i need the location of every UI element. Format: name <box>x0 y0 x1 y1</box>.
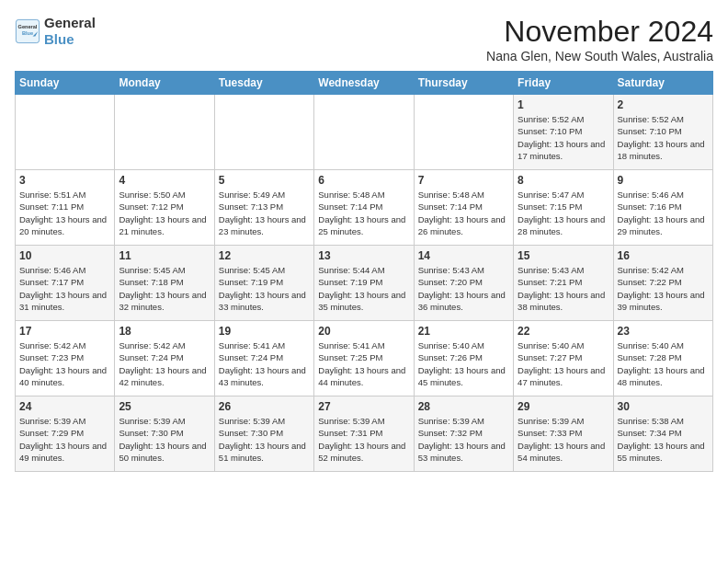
day-number: 3 <box>19 174 110 187</box>
day-number: 19 <box>219 325 310 338</box>
day-number: 11 <box>119 249 210 262</box>
day-number: 14 <box>418 249 509 262</box>
day-number: 13 <box>318 249 409 262</box>
calendar-table: Sunday Monday Tuesday Wednesday Thursday… <box>15 71 713 472</box>
cell-w1-d4 <box>314 95 414 170</box>
cell-w3-d6: 15Sunrise: 5:43 AM Sunset: 7:21 PM Dayli… <box>514 246 613 321</box>
svg-text:Blue: Blue <box>22 30 33 36</box>
day-info: Sunrise: 5:39 AM Sunset: 7:32 PM Dayligh… <box>418 415 509 464</box>
cell-w3-d7: 16Sunrise: 5:42 AM Sunset: 7:22 PM Dayli… <box>613 246 712 321</box>
day-number: 7 <box>418 174 509 187</box>
day-number: 25 <box>119 400 210 413</box>
day-info: Sunrise: 5:39 AM Sunset: 7:31 PM Dayligh… <box>318 415 409 464</box>
week-row-5: 24Sunrise: 5:39 AM Sunset: 7:29 PM Dayli… <box>16 396 713 472</box>
day-number: 2 <box>618 98 709 111</box>
cell-w2-d1: 3Sunrise: 5:51 AM Sunset: 7:11 PM Daylig… <box>16 170 115 246</box>
day-info: Sunrise: 5:44 AM Sunset: 7:19 PM Dayligh… <box>318 264 409 313</box>
cell-w1-d6: 1Sunrise: 5:52 AM Sunset: 7:10 PM Daylig… <box>514 95 613 170</box>
day-number: 10 <box>19 249 110 262</box>
cell-w4-d2: 18Sunrise: 5:42 AM Sunset: 7:24 PM Dayli… <box>115 321 214 396</box>
day-info: Sunrise: 5:43 AM Sunset: 7:20 PM Dayligh… <box>418 264 509 313</box>
col-monday: Monday <box>115 72 214 95</box>
day-number: 15 <box>518 249 609 262</box>
logo-text: General Blue <box>44 15 96 48</box>
cell-w5-d5: 28Sunrise: 5:39 AM Sunset: 7:32 PM Dayli… <box>414 396 513 472</box>
week-row-4: 17Sunrise: 5:42 AM Sunset: 7:23 PM Dayli… <box>16 321 713 396</box>
cell-w5-d3: 26Sunrise: 5:39 AM Sunset: 7:30 PM Dayli… <box>214 396 313 472</box>
day-number: 6 <box>318 174 409 187</box>
day-info: Sunrise: 5:47 AM Sunset: 7:15 PM Dayligh… <box>518 189 609 237</box>
col-sunday: Sunday <box>16 72 115 95</box>
cell-w1-d5 <box>414 95 513 170</box>
day-info: Sunrise: 5:39 AM Sunset: 7:30 PM Dayligh… <box>119 415 210 464</box>
header: General Blue General Blue November 2024 … <box>15 15 713 63</box>
day-info: Sunrise: 5:50 AM Sunset: 7:12 PM Dayligh… <box>119 189 210 237</box>
cell-w3-d5: 14Sunrise: 5:43 AM Sunset: 7:20 PM Dayli… <box>414 246 513 321</box>
day-number: 23 <box>618 325 709 338</box>
day-number: 22 <box>518 325 609 338</box>
cell-w1-d3 <box>214 95 313 170</box>
cell-w3-d2: 11Sunrise: 5:45 AM Sunset: 7:18 PM Dayli… <box>115 246 214 321</box>
cell-w2-d2: 4Sunrise: 5:50 AM Sunset: 7:12 PM Daylig… <box>115 170 214 246</box>
day-number: 30 <box>618 400 709 413</box>
day-number: 16 <box>618 249 709 262</box>
day-info: Sunrise: 5:40 AM Sunset: 7:27 PM Dayligh… <box>518 339 609 388</box>
day-info: Sunrise: 5:52 AM Sunset: 7:10 PM Dayligh… <box>518 113 609 162</box>
cell-w4-d1: 17Sunrise: 5:42 AM Sunset: 7:23 PM Dayli… <box>16 321 115 396</box>
cell-w5-d7: 30Sunrise: 5:38 AM Sunset: 7:34 PM Dayli… <box>613 396 712 472</box>
cell-w4-d3: 19Sunrise: 5:41 AM Sunset: 7:24 PM Dayli… <box>214 321 313 396</box>
day-info: Sunrise: 5:39 AM Sunset: 7:30 PM Dayligh… <box>219 415 310 464</box>
day-info: Sunrise: 5:41 AM Sunset: 7:25 PM Dayligh… <box>318 339 409 388</box>
day-number: 28 <box>418 400 509 413</box>
location: Nana Glen, New South Wales, Australia <box>486 49 713 63</box>
cell-w5-d4: 27Sunrise: 5:39 AM Sunset: 7:31 PM Dayli… <box>314 396 414 472</box>
day-info: Sunrise: 5:42 AM Sunset: 7:23 PM Dayligh… <box>19 339 110 388</box>
day-number: 18 <box>119 325 210 338</box>
cell-w2-d7: 9Sunrise: 5:46 AM Sunset: 7:16 PM Daylig… <box>613 170 712 246</box>
cell-w2-d6: 8Sunrise: 5:47 AM Sunset: 7:15 PM Daylig… <box>514 170 613 246</box>
cell-w5-d6: 29Sunrise: 5:39 AM Sunset: 7:33 PM Dayli… <box>514 396 613 472</box>
cell-w1-d7: 2Sunrise: 5:52 AM Sunset: 7:10 PM Daylig… <box>613 95 712 170</box>
day-info: Sunrise: 5:42 AM Sunset: 7:22 PM Dayligh… <box>618 264 709 313</box>
col-saturday: Saturday <box>613 72 712 95</box>
col-friday: Friday <box>514 72 613 95</box>
day-number: 24 <box>19 400 110 413</box>
cell-w3-d1: 10Sunrise: 5:46 AM Sunset: 7:17 PM Dayli… <box>16 246 115 321</box>
day-number: 20 <box>318 325 409 338</box>
day-number: 17 <box>19 325 110 338</box>
day-number: 1 <box>518 98 609 111</box>
day-info: Sunrise: 5:41 AM Sunset: 7:24 PM Dayligh… <box>219 339 310 388</box>
day-number: 4 <box>119 174 210 187</box>
cell-w4-d7: 23Sunrise: 5:40 AM Sunset: 7:28 PM Dayli… <box>613 321 712 396</box>
week-row-1: 1Sunrise: 5:52 AM Sunset: 7:10 PM Daylig… <box>16 95 713 170</box>
logo-icon: General Blue <box>15 18 40 44</box>
svg-text:General: General <box>18 24 38 29</box>
week-row-2: 3Sunrise: 5:51 AM Sunset: 7:11 PM Daylig… <box>16 170 713 246</box>
day-info: Sunrise: 5:48 AM Sunset: 7:14 PM Dayligh… <box>318 189 409 237</box>
day-info: Sunrise: 5:39 AM Sunset: 7:33 PM Dayligh… <box>518 415 609 464</box>
logo-line2: Blue <box>44 31 74 47</box>
cell-w3-d4: 13Sunrise: 5:44 AM Sunset: 7:19 PM Dayli… <box>314 246 414 321</box>
logo-line1: General <box>44 15 96 31</box>
cell-w5-d2: 25Sunrise: 5:39 AM Sunset: 7:30 PM Dayli… <box>115 396 214 472</box>
day-number: 26 <box>219 400 310 413</box>
week-row-3: 10Sunrise: 5:46 AM Sunset: 7:17 PM Dayli… <box>16 246 713 321</box>
cell-w2-d5: 7Sunrise: 5:48 AM Sunset: 7:14 PM Daylig… <box>414 170 513 246</box>
logo: General Blue General Blue <box>15 15 96 48</box>
day-info: Sunrise: 5:45 AM Sunset: 7:19 PM Dayligh… <box>219 264 310 313</box>
day-number: 5 <box>219 174 310 187</box>
day-number: 21 <box>418 325 509 338</box>
day-info: Sunrise: 5:43 AM Sunset: 7:21 PM Dayligh… <box>518 264 609 313</box>
day-info: Sunrise: 5:49 AM Sunset: 7:13 PM Dayligh… <box>219 189 310 237</box>
month-title: November 2024 <box>486 15 713 49</box>
day-info: Sunrise: 5:38 AM Sunset: 7:34 PM Dayligh… <box>618 415 709 464</box>
cell-w4-d6: 22Sunrise: 5:40 AM Sunset: 7:27 PM Dayli… <box>514 321 613 396</box>
cell-w3-d3: 12Sunrise: 5:45 AM Sunset: 7:19 PM Dayli… <box>214 246 313 321</box>
day-info: Sunrise: 5:40 AM Sunset: 7:28 PM Dayligh… <box>618 339 709 388</box>
day-info: Sunrise: 5:46 AM Sunset: 7:17 PM Dayligh… <box>19 264 110 313</box>
calendar-header-row: Sunday Monday Tuesday Wednesday Thursday… <box>16 72 713 95</box>
day-info: Sunrise: 5:48 AM Sunset: 7:14 PM Dayligh… <box>418 189 509 237</box>
day-info: Sunrise: 5:46 AM Sunset: 7:16 PM Dayligh… <box>618 189 709 237</box>
day-info: Sunrise: 5:40 AM Sunset: 7:26 PM Dayligh… <box>418 339 509 388</box>
col-tuesday: Tuesday <box>214 72 313 95</box>
